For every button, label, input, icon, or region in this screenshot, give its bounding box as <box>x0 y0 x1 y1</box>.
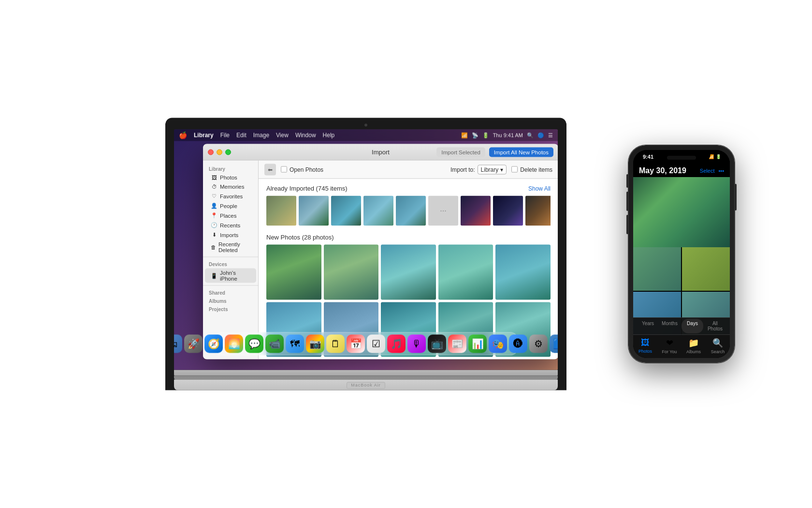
tab-months[interactable]: Months <box>659 318 681 334</box>
import-selected-button[interactable]: Import Selected <box>436 147 485 157</box>
iphone-main-photo[interactable] <box>633 177 730 247</box>
macbook-base: MacBook Air <box>174 380 558 390</box>
thumb-night2[interactable] <box>493 196 523 226</box>
menubar-window[interactable]: Window <box>295 132 316 139</box>
dock-launchpad[interactable]: 🚀 <box>184 335 203 353</box>
new-photo-2[interactable] <box>324 245 379 300</box>
delete-items-label: Delete items <box>520 166 552 173</box>
thumb-lake[interactable] <box>331 196 361 226</box>
back-button[interactable]: ⬅ <box>264 164 276 175</box>
iphone-grid-photo-1[interactable] <box>633 247 681 291</box>
already-imported-title: Already Imported (745 items) <box>266 185 348 192</box>
import-all-button[interactable]: Import All New Photos <box>489 147 553 157</box>
tab-all-photos[interactable]: All Photos <box>704 318 726 334</box>
new-photo-1[interactable] <box>266 245 321 300</box>
dock-messages[interactable]: 💬 <box>245 335 263 353</box>
volume-down-button[interactable] <box>626 215 628 234</box>
thumb-coast2[interactable] <box>396 196 426 226</box>
open-photos-label: Open Photos <box>290 166 323 173</box>
menubar-edit[interactable]: Edit <box>236 132 246 139</box>
menubar-help[interactable]: Help <box>323 132 335 139</box>
tab-days[interactable]: Days <box>682 319 703 333</box>
import-to-label: Import to: <box>450 166 475 173</box>
dock-music[interactable]: 🎵 <box>387 335 406 353</box>
sidebar-item-recents[interactable]: 🕐 Recents <box>205 221 256 230</box>
dock-podcasts[interactable]: 🎙 <box>407 335 426 353</box>
thumb-more[interactable]: ··· <box>428 196 458 226</box>
iphone-grid-photo-2[interactable] <box>682 247 730 291</box>
show-all-link[interactable]: Show All <box>528 185 551 192</box>
menubar-app-name[interactable]: Library <box>194 132 214 139</box>
search-tab-icon: 🔍 <box>712 338 723 348</box>
dock-safari[interactable]: 🧭 <box>204 335 223 353</box>
photos-window: Import Import Selected Import All New Ph… <box>203 144 558 359</box>
menubar-file[interactable]: File <box>220 132 230 139</box>
sidebar-item-places-label: Places <box>220 212 237 218</box>
sidebar-item-memories[interactable]: ⏱ Memories <box>205 182 256 191</box>
siri-icon[interactable]: 🔵 <box>537 132 544 138</box>
dock-other[interactable]: 🟦 <box>550 335 558 353</box>
menubar-view[interactable]: View <box>276 132 289 139</box>
thumb-sunset1[interactable] <box>525 196 551 226</box>
maximize-button[interactable] <box>225 149 231 155</box>
sidebar-item-photos[interactable]: 🖼 Photos <box>205 173 256 182</box>
open-photos-check[interactable] <box>281 166 287 173</box>
delete-items-checkbox[interactable]: Delete items <box>511 166 552 173</box>
sidebar-item-recently-deleted[interactable]: 🗑 Recently Deleted <box>205 240 256 254</box>
dock-calendar[interactable]: 📅 <box>347 335 365 353</box>
dock-numbers[interactable]: 📊 <box>468 335 487 353</box>
dock-photos2[interactable]: 📷 <box>306 335 324 353</box>
iphone-tab-photos[interactable]: 🖼 Photos <box>633 338 657 354</box>
iphone-notch <box>652 150 710 163</box>
iphone-photos-header: May 30, 2019 Select ••• <box>633 164 730 177</box>
new-photo-5[interactable] <box>495 245 551 300</box>
search-icon[interactable]: 🔍 <box>527 132 534 138</box>
thumb-coast1[interactable] <box>363 196 393 226</box>
import-to-control: Import to: Library ▾ <box>450 164 507 174</box>
dock-facetime[interactable]: 📹 <box>265 335 284 353</box>
dock-finder[interactable]: 🗂 <box>174 335 182 353</box>
power-button[interactable] <box>735 184 737 210</box>
already-imported-strip: ··· <box>266 196 551 226</box>
tab-years[interactable]: Years <box>637 318 659 334</box>
dock-maps[interactable]: 🗺 <box>286 335 304 353</box>
macbook-screen: 🍎 Library File Edit Image View Window He… <box>174 130 558 370</box>
dock-news[interactable]: 📰 <box>448 335 466 353</box>
dock-appstore[interactable]: 🅐 <box>509 335 527 353</box>
iphone-tab-albums[interactable]: 📁 Albums <box>682 338 706 354</box>
sidebar-item-iphone[interactable]: 📱 John's iPhone <box>205 269 256 283</box>
dock-photos[interactable]: 🌅 <box>225 335 243 353</box>
dock-reminders[interactable]: ☑ <box>367 335 385 353</box>
delete-items-check[interactable] <box>511 166 518 173</box>
shared-header: Shared <box>203 288 258 297</box>
volume-up-button[interactable] <box>626 192 628 211</box>
library-dropdown[interactable]: Library ▾ <box>478 164 507 174</box>
iphone-tab-search[interactable]: 🔍 Search <box>706 338 730 354</box>
sidebar-item-places[interactable]: 📍 Places <box>205 211 256 220</box>
new-photo-4[interactable] <box>438 245 493 300</box>
sidebar-item-people[interactable]: 👤 People <box>205 201 256 210</box>
thumb-road[interactable] <box>266 196 296 226</box>
dock-notes[interactable]: 🗒 <box>326 335 345 353</box>
sidebar-item-favorites-label: Favorites <box>220 193 243 199</box>
control-center-icon[interactable]: ☰ <box>548 132 553 138</box>
sidebar-item-favorites[interactable]: ♡ Favorites <box>205 192 256 201</box>
sidebar-item-imports[interactable]: ⬇ Imports <box>205 230 256 239</box>
iphone-tab-foryou[interactable]: ❤ For You <box>657 338 682 354</box>
more-button[interactable]: ••• <box>718 168 724 174</box>
thumb-mountain[interactable] <box>299 196 329 226</box>
close-button[interactable] <box>208 149 214 155</box>
dock-tv[interactable]: 📺 <box>428 335 446 353</box>
select-button[interactable]: Select <box>700 168 715 174</box>
menubar-image[interactable]: Image <box>253 132 269 139</box>
thumb-night1[interactable] <box>461 196 491 226</box>
dock-sysprefs[interactable]: ⚙ <box>529 335 548 353</box>
favorites-icon: ♡ <box>211 193 218 199</box>
silent-switch[interactable] <box>626 174 628 188</box>
imports-icon: ⬇ <box>211 232 218 238</box>
new-photo-3[interactable] <box>381 245 436 300</box>
open-photos-checkbox[interactable]: Open Photos <box>281 166 323 173</box>
apple-logo-icon: 🍎 <box>179 132 187 139</box>
minimize-button[interactable] <box>217 149 222 155</box>
dock-keynote[interactable]: 🎭 <box>489 335 507 353</box>
